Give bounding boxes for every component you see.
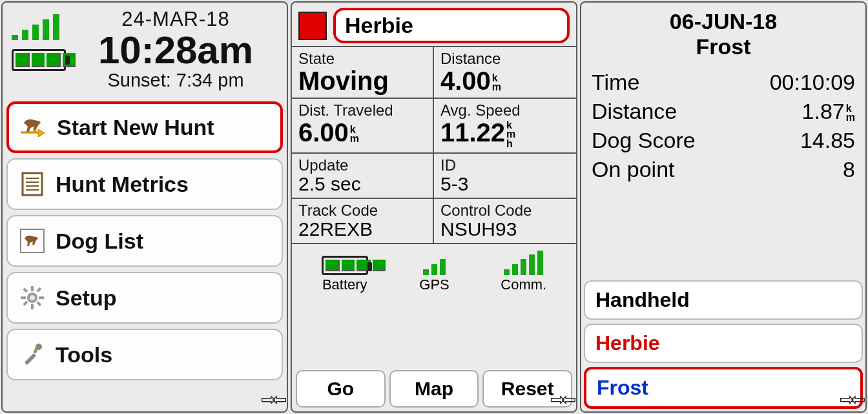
resize-arrows-icon: ⇨⇦	[840, 389, 862, 410]
time-label: 10:28am	[74, 31, 278, 70]
label: Distance	[592, 99, 677, 124]
label: Avg. Speed	[440, 101, 570, 119]
row-dog-score: Dog Score 14.85	[592, 128, 855, 153]
date-label: 24-MAR-18	[74, 8, 278, 31]
svg-rect-13	[36, 287, 41, 293]
menu-setup[interactable]: Setup	[6, 272, 283, 324]
svg-point-17	[36, 344, 42, 350]
cell-update: Update 2.5 sec	[292, 154, 434, 199]
signal-icon	[501, 251, 546, 275]
svg-rect-11	[23, 287, 28, 293]
svg-rect-9	[21, 296, 26, 299]
dog-name[interactable]: Herbie	[333, 8, 570, 43]
menu-start-new-hunt[interactable]: Start New Hunt	[6, 101, 283, 153]
svg-rect-14	[23, 301, 28, 306]
menu-hunt-metrics[interactable]: Hunt Metrics	[6, 158, 283, 210]
cell-id: ID 5-3	[434, 154, 576, 199]
list-icon	[18, 170, 46, 198]
menu-tools[interactable]: Tools	[6, 329, 283, 380]
main-menu: Start New Hunt Hunt Metrics Dog List Set…	[3, 98, 287, 383]
signal-icon	[419, 251, 449, 275]
battery-icon	[322, 256, 368, 275]
dog-name-label: Frost	[581, 34, 865, 59]
summary-header: 06-JUN-18 Frost	[581, 3, 865, 70]
label: Track Code	[298, 202, 426, 220]
cell-dist-traveled: Dist. Traveled 6.00km	[292, 99, 434, 154]
status-header: 24-MAR-18 10:28am Sunset: 7:34 pm	[3, 3, 287, 98]
dog-icon	[18, 227, 46, 255]
sunset-label: Sunset: 7:34 pm	[74, 70, 278, 91]
value: 4.00km	[440, 68, 570, 94]
dog-status-row: Battery GPS Comm.	[292, 244, 576, 296]
row-on-point: On point 8	[592, 157, 855, 182]
value: NSUH93	[440, 220, 570, 239]
label: GPS	[419, 276, 449, 293]
label: Control Code	[440, 202, 570, 220]
menu-item-label: Tools	[56, 342, 112, 367]
device-list: Handheld Herbie Frost	[581, 278, 865, 411]
value: 11.22kmh	[440, 119, 570, 149]
menu-item-label: Start New Hunt	[57, 115, 214, 140]
clock-block: 24-MAR-18 10:28am Sunset: 7:34 pm	[74, 8, 278, 91]
resize-arrows-icon: ⇨⇦	[550, 389, 572, 410]
label: Dist. Traveled	[298, 101, 426, 119]
value: 00:10:09	[770, 70, 855, 95]
svg-rect-8	[31, 304, 34, 309]
label: Battery	[322, 276, 368, 293]
cell-track-code: Track Code 22REXB	[292, 199, 434, 243]
label: Comm.	[501, 276, 546, 293]
status-gps: GPS	[419, 251, 449, 293]
value: 5-3	[440, 174, 570, 194]
list-item-handheld[interactable]: Handheld	[584, 280, 863, 320]
dog-arrow-icon	[19, 113, 48, 141]
svg-rect-0	[23, 173, 42, 195]
value: 8	[843, 157, 855, 182]
row-time: Time 00:10:09	[592, 70, 855, 95]
value: Moving	[298, 68, 426, 94]
label: ID	[440, 156, 570, 174]
cell-avg-speed: Avg. Speed 11.22kmh	[434, 99, 576, 154]
map-button[interactable]: Map	[389, 370, 479, 408]
gear-icon	[18, 284, 46, 312]
list-item-frost[interactable]: Frost	[584, 367, 863, 409]
screen-hunt-summary: 06-JUN-18 Frost Time 00:10:09 Distance 1…	[580, 1, 867, 413]
value: 14.85	[800, 128, 855, 153]
label: Update	[298, 156, 426, 174]
label: Dog Score	[592, 128, 696, 153]
dog-title-row: Herbie	[292, 3, 576, 46]
dog-data-grid: State Moving Distance 4.00km Dist. Trave…	[292, 46, 576, 244]
status-icons	[12, 8, 74, 91]
menu-item-label: Setup	[56, 285, 116, 311]
cell-control-code: Control Code NSUH93	[434, 199, 576, 243]
cell-distance: Distance 4.00km	[434, 47, 576, 99]
value: 22REXB	[298, 220, 426, 239]
action-buttons: Go Map Reset	[292, 366, 576, 411]
resize-arrows-icon: ⇨⇦	[261, 389, 283, 410]
battery-icon	[12, 49, 66, 71]
status-battery: Battery	[322, 256, 368, 293]
signal-icon	[12, 14, 74, 40]
menu-item-label: Dog List	[56, 229, 143, 254]
menu-dog-list[interactable]: Dog List	[6, 215, 283, 267]
svg-rect-10	[39, 296, 44, 299]
value: 2.5 sec	[298, 174, 426, 194]
label: Distance	[440, 50, 570, 68]
summary-stats: Time 00:10:09 Distance 1.87km Dog Score …	[581, 70, 865, 186]
svg-rect-12	[36, 301, 41, 306]
label: State	[298, 50, 426, 68]
menu-item-label: Hunt Metrics	[56, 172, 189, 197]
date-label: 06-JUN-18	[581, 9, 865, 34]
list-item-herbie[interactable]: Herbie	[584, 324, 863, 363]
screen-main-menu: 24-MAR-18 10:28am Sunset: 7:34 pm Start …	[1, 1, 288, 413]
status-comm: Comm.	[501, 251, 546, 293]
value: 6.00km	[298, 119, 426, 145]
tools-icon	[18, 340, 46, 369]
dog-color-swatch	[298, 12, 327, 40]
row-distance: Distance 1.87km	[592, 99, 855, 124]
go-button[interactable]: Go	[296, 370, 386, 408]
value: 1.87km	[802, 99, 855, 124]
label: On point	[592, 157, 675, 182]
screen-dog-detail: Herbie State Moving Distance 4.00km Dist…	[291, 1, 577, 413]
cell-state: State Moving	[292, 47, 434, 99]
svg-point-15	[30, 295, 35, 300]
